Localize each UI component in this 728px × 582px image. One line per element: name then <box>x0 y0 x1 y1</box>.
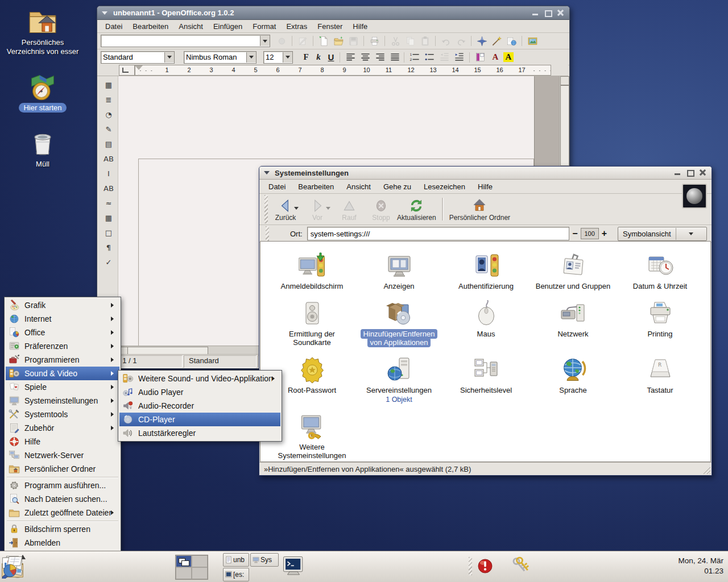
toolbar-button[interactable] <box>388 34 402 48</box>
toolbar-button[interactable] <box>275 34 288 48</box>
menu-item[interactable]: Bearbeiten <box>293 182 338 192</box>
side-toolbar-icon[interactable]: ▦ <box>101 77 116 92</box>
panel-launcher[interactable] <box>0 554 25 579</box>
side-toolbar-icon[interactable]: AB <box>101 151 116 166</box>
start-menu-item[interactable]: Office <box>6 326 119 339</box>
desktop-icon-image[interactable] <box>28 72 57 102</box>
toolbar-button[interactable] <box>382 35 387 47</box>
start-menu-item[interactable]: Zubehör <box>6 421 119 435</box>
side-toolbar-icon[interactable]: ≈ <box>101 196 116 210</box>
window-menu-icon[interactable] <box>102 11 107 15</box>
submenu-item[interactable]: Weitere Sound- und Video-Applikationen <box>119 372 280 385</box>
toolbar-button[interactable] <box>311 35 316 47</box>
close-button[interactable] <box>698 169 707 177</box>
start-menu-item[interactable]: Hilfe <box>6 435 119 448</box>
maximize-button[interactable] <box>686 169 694 177</box>
pager-desktop-4[interactable] <box>192 567 208 579</box>
settings-grid-item[interactable]: Tastatur <box>617 352 704 409</box>
list-button[interactable] <box>437 51 451 64</box>
menu-item[interactable]: Datei <box>101 22 127 31</box>
bold-button[interactable]: F <box>300 52 312 62</box>
align-button[interactable] <box>388 51 402 64</box>
minimize-button[interactable] <box>673 169 682 177</box>
scrollbar-thumb[interactable] <box>560 85 569 166</box>
font-dropdown-icon[interactable] <box>246 52 256 63</box>
start-menu-item[interactable]: Grafik <box>6 298 119 312</box>
side-toolbar-icon[interactable]: ▦ <box>101 210 116 225</box>
start-menu-item[interactable]: Internet <box>6 312 119 326</box>
margin-marker[interactable] <box>135 65 143 74</box>
ruler-corner-icon[interactable] <box>119 65 135 76</box>
tray-icon[interactable] <box>511 556 530 576</box>
start-menu-item[interactable]: Programmieren <box>6 353 119 367</box>
start-menu-item[interactable]: Programm ausführen... <box>6 479 119 492</box>
start-menu-item[interactable]: Bildschirm sperren <box>6 522 119 536</box>
start-menu-item[interactable]: Nach Dateien suchen... <box>6 492 119 506</box>
desktop-icon-image[interactable] <box>28 7 57 36</box>
start-menu-item[interactable]: Präferenzen <box>6 339 119 353</box>
desktop-icon[interactable]: Müll <box>28 128 57 169</box>
settings-grid-item[interactable]: Authentifizierung <box>442 248 530 296</box>
submenu-item[interactable]: CD-Player <box>119 413 280 426</box>
zoom-in-button[interactable]: + <box>602 228 607 239</box>
desktop-pager[interactable] <box>175 555 208 580</box>
list-button[interactable] <box>423 51 436 64</box>
settings-item-icon[interactable] <box>560 300 587 327</box>
menu-item[interactable]: Einfügen <box>209 22 247 31</box>
toolbar-grip[interactable] <box>264 195 268 223</box>
list-button[interactable] <box>452 51 466 64</box>
pager-desktop-3[interactable] <box>176 567 192 579</box>
settings-item-icon[interactable] <box>647 300 674 327</box>
menu-item[interactable]: Format <box>248 22 280 31</box>
toolbar-button[interactable]: Aktualisieren <box>397 195 436 223</box>
start-menu-item[interactable]: Zuletzt geöffnete Dateien <box>6 506 119 519</box>
settings-grid-item[interactable]: Benutzer und Gruppen <box>530 248 617 296</box>
underline-button[interactable]: U <box>325 52 337 62</box>
menu-item[interactable]: Gehe zu <box>379 182 416 192</box>
toolbar-button[interactable]: Persönlicher Ordner <box>449 195 510 223</box>
desktop-icon[interactable]: Hier starten <box>19 72 66 113</box>
toolbar-button[interactable] <box>418 34 432 48</box>
settings-item-icon[interactable] <box>647 252 674 280</box>
toolbar-button[interactable] <box>346 34 360 48</box>
taskbar-button[interactable]: unb <box>223 553 249 567</box>
start-menu-item[interactable]: Persönlicher Ordner <box>6 462 119 476</box>
toolbar-button[interactable]: Rauf <box>333 195 365 223</box>
align-button[interactable] <box>358 51 372 64</box>
menu-item[interactable]: Extras <box>282 22 312 31</box>
taskbar-button[interactable]: Sys <box>250 553 279 567</box>
align-button[interactable] <box>373 51 387 64</box>
terminal-launcher[interactable] <box>281 554 306 579</box>
toolbar-grip[interactable] <box>266 226 269 241</box>
submenu-item[interactable]: Audio Player <box>119 385 280 399</box>
desktop-icon-image[interactable] <box>28 128 57 158</box>
settings-item-icon[interactable] <box>647 356 674 384</box>
settings-item-icon[interactable] <box>299 300 326 327</box>
toolbar-button[interactable]: Stopp <box>365 195 397 223</box>
scroll-up-icon[interactable] <box>560 76 569 85</box>
paragraph-style-combo[interactable] <box>101 51 175 64</box>
resize-grip[interactable] <box>702 466 710 474</box>
align-button[interactable] <box>344 51 357 64</box>
writer-titlebar[interactable]: unbenannt1 - OpenOffice.org 1.0.2 <box>97 6 569 20</box>
font-name-combo[interactable] <box>184 51 257 64</box>
settings-grid-item[interactable]: Sprache <box>530 352 617 409</box>
settings-item-icon[interactable] <box>560 252 587 280</box>
side-toolbar-icon[interactable]: AB <box>101 181 116 196</box>
settings-icon-view[interactable]: Anmeldebildschirm Anzeigen Authentifizie… <box>260 241 711 462</box>
list-button[interactable] <box>467 51 472 64</box>
start-menu-item[interactable]: Netzwerk-Server <box>6 448 119 462</box>
font-size-combo[interactable] <box>263 51 293 64</box>
toolbar-button[interactable] <box>296 34 309 48</box>
settings-grid-item[interactable]: Anzeigen <box>355 248 442 296</box>
toolbar-button[interactable] <box>526 34 539 48</box>
toolbar-button[interactable] <box>504 34 518 48</box>
toolbar-button[interactable] <box>519 35 524 47</box>
toolbar-button[interactable] <box>403 34 417 48</box>
desktop-icon[interactable]: Persönliches Verzeichnis von esser <box>3 7 82 56</box>
toolbar-button[interactable] <box>317 34 330 48</box>
settings-item-icon[interactable] <box>473 300 500 327</box>
side-toolbar-icon[interactable]: □ <box>101 225 116 240</box>
tray-grip[interactable] <box>469 557 472 575</box>
toolbar-button[interactable] <box>439 34 453 48</box>
